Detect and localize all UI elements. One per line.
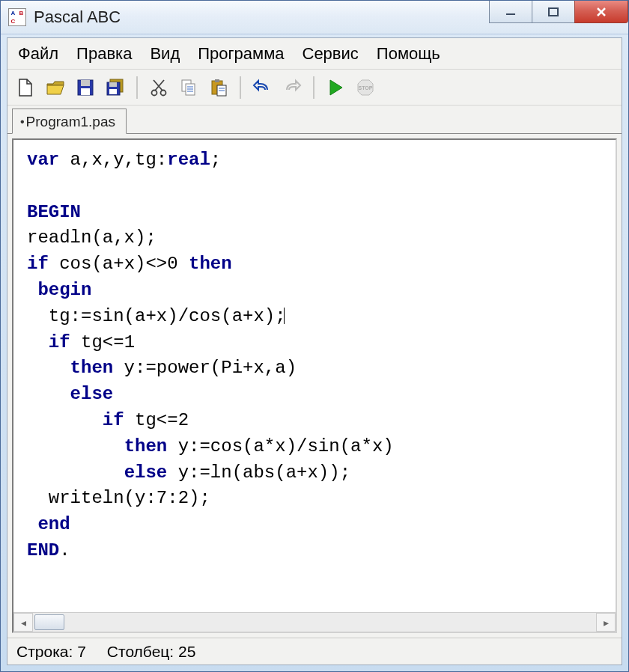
undo-button[interactable] [249,74,276,101]
toolbar-separator [313,76,314,99]
menu-service[interactable]: Сервис [303,44,359,64]
svg-point-11 [152,90,157,95]
save-button[interactable] [72,74,99,101]
copy-icon [179,78,198,97]
scissors-icon [149,78,168,97]
status-col: Столбец: 25 [107,643,196,661]
status-line-value: 7 [77,643,86,660]
scroll-thumb[interactable] [34,614,64,630]
editor-frame: var a,x,y,tg:real; BEGIN readln(a,x); if… [12,138,617,633]
dirty-marker: • [20,115,25,129]
open-folder-icon [46,78,65,97]
paste-icon [209,78,228,97]
menubar: Файл Правка Вид Программа Сервис Помощь [7,38,622,70]
toolbar-separator [240,76,241,99]
statusbar: Строка: 7 Столбец: 25 [7,638,622,665]
svg-line-14 [154,80,162,91]
titlebar: AB C Pascal ABC [1,1,628,34]
svg-rect-1 [549,8,558,16]
icon-c: C [9,17,17,25]
icon-b: B [17,9,25,17]
menu-view[interactable]: Вид [150,44,180,64]
close-button[interactable] [574,1,628,23]
menu-edit[interactable]: Правка [76,44,132,64]
cut-button[interactable] [145,74,172,101]
scroll-right-icon[interactable]: ▸ [596,613,616,632]
open-file-button[interactable] [42,74,69,101]
window-controls [490,1,628,34]
window-title: Pascal ABC [34,7,121,27]
tab-label: Program1.pas [26,114,115,130]
status-line: Строка: 7 [16,643,86,661]
menu-file[interactable]: Файл [18,44,58,64]
svg-text:STOP: STOP [359,85,373,91]
scroll-left-icon[interactable]: ◂ [13,613,33,632]
icon-a: A [9,9,17,17]
stop-button[interactable]: STOP [352,74,379,101]
menu-help[interactable]: Помощь [377,44,440,64]
status-col-value: 25 [178,643,195,660]
new-file-button[interactable] [12,74,39,101]
play-icon [326,78,345,97]
run-button[interactable] [322,74,349,101]
stop-icon: STOP [356,78,375,97]
svg-rect-6 [81,88,90,95]
toolbar: STOP [7,70,622,106]
redo-icon [282,78,302,97]
minimize-button[interactable] [489,1,532,23]
app-window: AB C Pascal ABC Файл Правка Вид Программ… [0,0,629,672]
toolbar-separator [136,76,138,99]
floppy-multi-icon [106,78,125,97]
client-area: Файл Правка Вид Программа Сервис Помощь [7,37,622,665]
app-icon: AB C [8,8,26,26]
scroll-track[interactable] [33,613,596,632]
menu-program[interactable]: Программа [198,44,284,64]
undo-icon [252,78,272,97]
tab-strip: • Program1.pas [7,106,622,134]
tab-program1[interactable]: • Program1.pas [12,109,127,134]
floppy-icon [76,78,95,97]
horizontal-scrollbar[interactable]: ◂ ▸ [13,612,616,632]
code-editor[interactable]: var a,x,y,tg:real; BEGIN readln(a,x); if… [13,140,616,612]
copy-button[interactable] [175,74,202,101]
redo-button[interactable] [279,74,306,101]
save-all-button[interactable] [102,74,129,101]
svg-rect-21 [215,79,219,82]
svg-line-13 [155,80,164,91]
status-col-label: Столбец: [107,643,174,660]
svg-rect-5 [81,80,90,86]
maximize-button[interactable] [532,1,575,23]
svg-point-12 [161,90,166,95]
paste-button[interactable] [205,74,232,101]
svg-rect-9 [109,82,117,87]
status-line-label: Строка: [16,643,73,660]
new-file-icon [16,78,35,97]
svg-rect-10 [109,89,117,94]
